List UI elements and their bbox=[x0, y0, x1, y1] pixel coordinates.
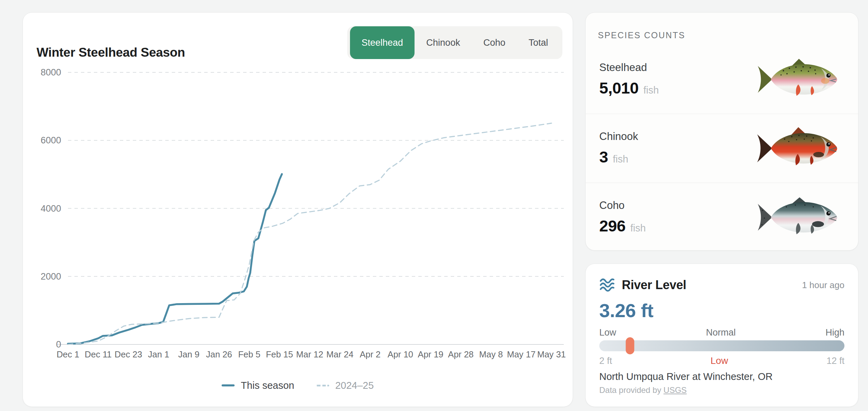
svg-text:May 31: May 31 bbox=[537, 350, 566, 359]
tab-chinook[interactable]: Chinook bbox=[415, 29, 472, 56]
chart-legend: This season 2024–25 bbox=[23, 374, 573, 396]
solid-line-swatch bbox=[222, 384, 235, 386]
species-name: Coho bbox=[599, 199, 646, 212]
svg-text:Dec 23: Dec 23 bbox=[115, 350, 142, 359]
steelhead-illustration bbox=[754, 57, 843, 102]
river-level-value: 3.26 ft bbox=[599, 299, 653, 322]
species-name: Chinook bbox=[599, 130, 638, 143]
river-location: North Umpqua River at Winchester, OR bbox=[599, 371, 773, 382]
svg-text:Mar 12: Mar 12 bbox=[296, 350, 323, 359]
species-counts-card: SPECIES COUNTS Steelhead 5,010 fish bbox=[585, 12, 858, 251]
species-tab-group: Steelhead Chinook Coho Total bbox=[347, 26, 562, 59]
svg-text:Feb 15: Feb 15 bbox=[266, 350, 293, 359]
season-chart: 02000400060008000Dec 1Dec 11Dec 23Jan 1J… bbox=[28, 67, 571, 368]
waves-icon bbox=[599, 278, 615, 293]
legend-label: This season bbox=[241, 380, 294, 391]
svg-text:Apr 2: Apr 2 bbox=[360, 350, 381, 359]
river-level-card: River Level 1 hour ago 3.26 ft Low Norma… bbox=[585, 264, 858, 407]
svg-text:May 17: May 17 bbox=[507, 350, 536, 359]
svg-text:8000: 8000 bbox=[41, 67, 61, 77]
legend-item-last-season: 2024–25 bbox=[316, 380, 374, 391]
svg-text:May 8: May 8 bbox=[479, 350, 503, 359]
gauge-marker bbox=[626, 337, 634, 354]
svg-text:Jan 1: Jan 1 bbox=[148, 350, 169, 359]
svg-text:Feb 5: Feb 5 bbox=[238, 350, 260, 359]
river-level-title: River Level bbox=[622, 278, 686, 292]
svg-text:Mar 24: Mar 24 bbox=[326, 350, 353, 359]
species-row-steelhead: Steelhead 5,010 fish bbox=[586, 45, 858, 114]
gauge-scale-labels: 2 ft Low 12 ft bbox=[599, 355, 844, 366]
svg-text:Dec 11: Dec 11 bbox=[85, 350, 112, 359]
species-count: 3 bbox=[599, 147, 608, 166]
svg-text:6000: 6000 bbox=[41, 135, 61, 145]
svg-text:2000: 2000 bbox=[41, 271, 61, 282]
species-name: Steelhead bbox=[599, 61, 659, 74]
coho-illustration bbox=[754, 195, 843, 240]
river-level-header: River Level 1 hour ago bbox=[599, 276, 844, 294]
provider-prefix: Data provided by bbox=[599, 385, 663, 395]
chart-card: Winter Steelhead Season Steelhead Chinoo… bbox=[23, 12, 573, 407]
tab-coho[interactable]: Coho bbox=[472, 29, 517, 56]
tab-steelhead[interactable]: Steelhead bbox=[350, 26, 415, 59]
species-unit: fish bbox=[643, 85, 659, 96]
gauge-max-label: 12 ft bbox=[826, 356, 844, 366]
svg-text:4000: 4000 bbox=[41, 203, 61, 214]
svg-text:Jan 26: Jan 26 bbox=[206, 350, 232, 359]
river-level-updated: 1 hour ago bbox=[802, 280, 844, 290]
svg-text:Apr 10: Apr 10 bbox=[388, 350, 413, 359]
svg-text:0: 0 bbox=[56, 339, 61, 350]
species-unit: fish bbox=[613, 154, 628, 165]
legend-label: 2024–25 bbox=[335, 380, 374, 391]
river-level-gauge bbox=[599, 340, 844, 351]
gauge-min-label: 2 ft bbox=[599, 356, 612, 366]
usgs-link[interactable]: USGS bbox=[663, 385, 687, 395]
chart-title: Winter Steelhead Season bbox=[37, 45, 185, 60]
dashed-line-swatch bbox=[316, 385, 329, 386]
species-count: 296 bbox=[599, 216, 626, 235]
svg-text:Dec 1: Dec 1 bbox=[57, 350, 80, 359]
species-row-chinook: Chinook 3 fish bbox=[586, 114, 858, 183]
species-counts-header: SPECIES COUNTS bbox=[598, 30, 685, 40]
river-data-provider: Data provided by USGS bbox=[599, 385, 687, 395]
tab-total[interactable]: Total bbox=[517, 29, 560, 56]
svg-text:Jan 9: Jan 9 bbox=[178, 350, 199, 359]
gauge-status-badge: Low bbox=[711, 355, 728, 366]
species-count: 5,010 bbox=[599, 79, 639, 97]
chinook-illustration bbox=[754, 126, 843, 171]
zone-label-high: High bbox=[825, 327, 844, 338]
svg-text:Apr 19: Apr 19 bbox=[418, 350, 443, 359]
zone-label-low: Low bbox=[599, 327, 616, 338]
species-unit: fish bbox=[630, 223, 646, 234]
gauge-zone-labels: Low Normal High bbox=[599, 327, 844, 338]
svg-text:Apr 28: Apr 28 bbox=[448, 350, 474, 359]
zone-label-normal: Normal bbox=[706, 327, 736, 338]
legend-item-this-season: This season bbox=[222, 380, 294, 391]
species-row-coho: Coho 296 fish bbox=[586, 183, 858, 252]
